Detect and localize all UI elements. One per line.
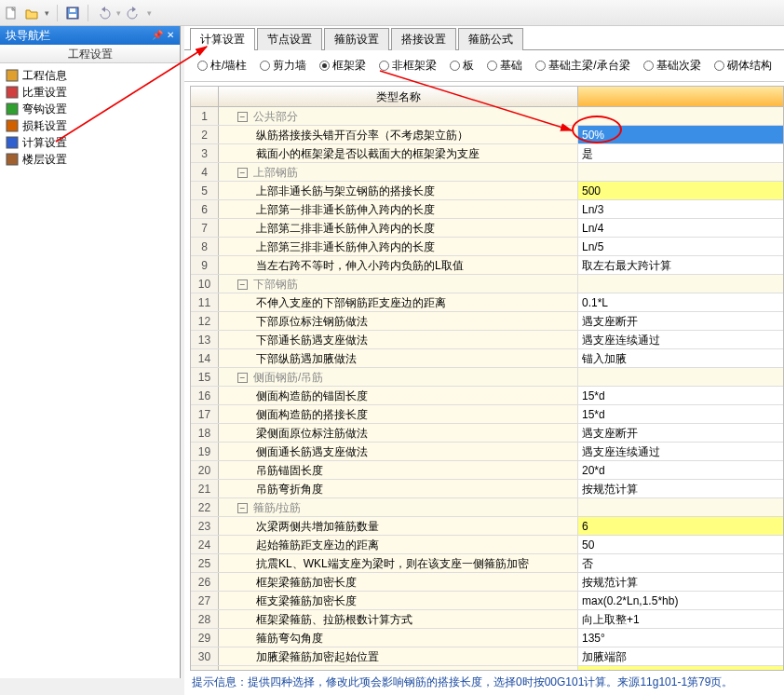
collapse-icon[interactable]: − [237,168,248,178]
table-row[interactable]: 25抗震KL、WKL端支座为梁时，则在该支座一侧箍筋加密否 [191,554,783,573]
row-value[interactable]: 遇支座断开 [578,312,783,330]
row-value[interactable]: 是 [578,144,783,162]
table-row[interactable]: 27框支梁箍筋加密长度max(0.2*Ln,1.5*hb) [191,592,783,610]
row-value[interactable]: 0.1*L [578,293,783,311]
redo-icon[interactable] [127,6,142,20]
row-value[interactable]: 按规范计算 [578,573,783,591]
row-number: 24 [191,536,219,553]
table-row[interactable]: 2纵筋搭接接头错开百分率（不考虑架立筋）50% [191,126,783,144]
row-value[interactable]: 50 [578,536,783,553]
table-row[interactable]: 22−箍筋/拉筋 [191,498,783,517]
tab-箍筋公式[interactable]: 箍筋公式 [458,28,523,50]
row-value[interactable]: 500 [578,182,783,199]
radio-dot-icon [197,61,208,71]
radio-dot-icon [714,61,724,71]
row-value[interactable]: 锚入加腋 [578,349,783,367]
open-folder-icon[interactable] [24,6,39,20]
row-value[interactable]: Ln/3 [578,200,783,218]
table-row[interactable]: 15−侧面钢筋/吊筋 [191,368,783,387]
row-value[interactable]: 20*d [578,461,783,479]
row-value[interactable]: 遇支座连续通过 [578,443,783,460]
row-value[interactable]: 向上取整+1 [578,610,783,628]
radio-基础主梁/承台梁[interactable]: 基础主梁/承台梁 [535,58,629,74]
radio-砌体结构[interactable]: 砌体结构 [714,58,772,74]
table-row[interactable]: 13下部通长筋遇支座做法遇支座连续通过 [191,331,783,349]
collapse-icon[interactable]: − [237,503,248,513]
nav-item-bend[interactable]: 弯钩设置 [6,101,174,117]
row-value[interactable]: 遇支座连续通过 [578,331,783,348]
row-value[interactable]: 135° [578,629,783,647]
nav-item-proj[interactable]: 工程信息 [6,67,174,84]
table-row[interactable]: 18梁侧面原位标注筋做法遇支座断开 [191,424,783,443]
table-row[interactable]: 5上部非通长筋与架立钢筋的搭接长度500 [191,182,783,200]
table-row[interactable]: 28框架梁箍筋、拉筋根数计算方式向上取整+1 [191,610,783,629]
row-value[interactable] [578,275,783,293]
nav-item-loss[interactable]: 损耗设置 [6,117,174,134]
row-value[interactable]: max(0.2*Ln,1.5*hb) [578,592,783,609]
table-row[interactable]: 19侧面通长筋遇支座做法遇支座连续通过 [191,443,783,461]
radio-label: 柱/墙柱 [210,58,247,74]
table-row[interactable]: 3截面小的框架梁是否以截面大的框架梁为支座是 [191,144,783,163]
row-value[interactable] [578,163,783,181]
table-row[interactable]: 17侧面构造筋的搭接长度15*d [191,405,783,424]
table-row[interactable]: 29箍筋弯勾角度135° [191,629,783,647]
save-icon[interactable] [65,6,80,20]
table-row[interactable]: 8上部第三排非通长筋伸入跨内的长度Ln/5 [191,238,783,256]
table-row[interactable]: 20吊筋锚固长度20*d [191,461,783,480]
table-row[interactable]: 6上部第一排非通长筋伸入跨内的长度Ln/3 [191,200,783,219]
table-row[interactable]: 21吊筋弯折角度按规范计算 [191,480,783,498]
row-value[interactable]: Ln/4 [578,219,783,237]
row-value[interactable]: 取左右最大跨计算 [578,256,783,274]
table-row[interactable]: 1−公共部分 [191,107,783,126]
close-icon[interactable]: ✕ [167,26,174,45]
collapse-icon[interactable]: − [237,279,248,290]
table-row[interactable]: 14下部纵筋遇加腋做法锚入加腋 [191,349,783,368]
nav-item-weight[interactable]: 比重设置 [6,84,174,101]
tab-搭接设置[interactable]: 搭接设置 [391,28,456,50]
radio-剪力墙[interactable]: 剪力墙 [260,58,306,74]
row-value[interactable]: 否 [578,554,783,572]
tab-箍筋设置[interactable]: 箍筋设置 [324,28,389,50]
table-row[interactable]: 26框架梁箍筋加密长度按规范计算 [191,573,783,592]
row-value[interactable]: 按规范计算 [578,480,783,497]
table-row[interactable]: 24起始箍筋距支座边的距离50 [191,536,783,554]
table-row[interactable]: 12下部原位标注钢筋做法遇支座断开 [191,312,783,331]
radio-框架梁[interactable]: 框架梁 [319,58,366,74]
row-value[interactable]: 遇支座断开 [578,424,783,442]
row-value[interactable] [578,368,783,386]
new-doc-icon[interactable] [4,6,19,20]
row-value[interactable]: 15*d [578,405,783,423]
radio-非框架梁[interactable]: 非框架梁 [379,58,437,74]
row-value[interactable] [578,498,783,516]
table-row[interactable]: 31拉筋配置按设定计算 [191,666,783,670]
radio-基础[interactable]: 基础 [487,58,522,74]
tab-计算设置[interactable]: 计算设置 [190,28,255,50]
radio-柱/墙柱[interactable]: 柱/墙柱 [197,58,247,74]
row-value[interactable]: 加腋端部 [578,647,783,665]
table-row[interactable]: 10−下部钢筋 [191,275,783,293]
row-value[interactable]: Ln/5 [578,238,783,255]
table-row[interactable]: 23次梁两侧共增加箍筋数量6 [191,517,783,536]
table-row[interactable]: 7上部第二排非通长筋伸入跨内的长度Ln/4 [191,219,783,238]
table-row[interactable]: 4−上部钢筋 [191,163,783,182]
tab-节点设置[interactable]: 节点设置 [257,28,322,50]
radio-板[interactable]: 板 [450,58,474,74]
collapse-icon[interactable]: − [237,373,248,383]
row-value[interactable]: 15*d [578,387,783,404]
nav-item-floor[interactable]: 楼层设置 [6,151,174,168]
pin-icon[interactable]: 📌 [152,26,163,45]
table-row[interactable]: 16侧面构造筋的锚固长度15*d [191,387,783,405]
undo-icon[interactable] [96,6,111,20]
row-value[interactable]: 6 [578,517,783,535]
table-row[interactable]: 9当左右跨不等时，伸入小跨内负筋的L取值取左右最大跨计算 [191,256,783,275]
content-panel: 计算设置节点设置箍筋设置搭接设置箍筋公式 柱/墙柱剪力墙框架梁非框架梁板基础基础… [184,26,784,695]
collapse-icon[interactable]: − [237,112,248,122]
table-row[interactable]: 11不伸入支座的下部钢筋距支座边的距离0.1*L [191,293,783,312]
row-value[interactable] [578,107,783,125]
table-body[interactable]: 1−公共部分2纵筋搭接接头错开百分率（不考虑架立筋）50%3截面小的框架梁是否以… [191,107,783,670]
radio-基础次梁[interactable]: 基础次梁 [643,58,701,74]
row-value[interactable]: 按设定计算 [578,666,783,670]
nav-item-calc[interactable]: 计算设置 [6,134,174,151]
table-row[interactable]: 30加腋梁箍筋加密起始位置加腋端部 [191,647,783,666]
row-value[interactable]: 50% [578,126,783,143]
